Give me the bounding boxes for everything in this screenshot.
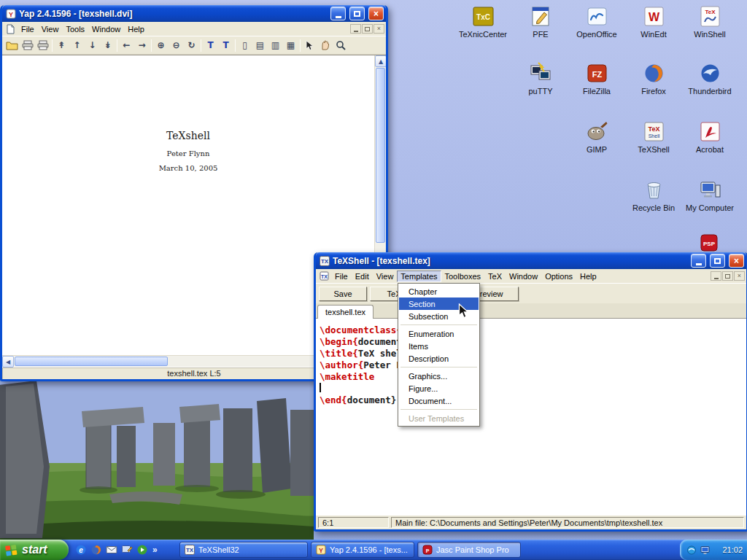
yap-menu-file[interactable]: File <box>18 23 38 35</box>
desktop-icon-label: Acrobat <box>696 145 724 154</box>
texshell-mdi-minimize-button[interactable] <box>711 271 721 281</box>
taskbar-clock[interactable]: 21:02 <box>722 545 743 554</box>
forward-button[interactable]: → <box>134 38 150 53</box>
menu-item-description[interactable]: Description <box>399 352 479 365</box>
desktop-icon-firefox[interactable]: Firefox <box>626 61 681 96</box>
yap-titlebar[interactable]: Y Yap 2.4.1596 - [texshell.dvi] × <box>2 5 386 22</box>
desktop-icon-acrobat[interactable]: Acrobat <box>682 120 738 154</box>
main-file-status: Main file: C:\Documents and Settings\Pet… <box>391 517 744 528</box>
texshell-menu-toolboxes[interactable]: Toolboxes <box>441 271 485 282</box>
first-page-button[interactable]: ↟ <box>54 38 69 53</box>
taskbar-button-paint-shop-pro[interactable]: P Jasc Paint Shop Pro <box>417 542 521 558</box>
desktop-icon-putty[interactable]: puTTY <box>513 61 568 96</box>
texshell-menu-options[interactable]: Options <box>541 271 576 282</box>
start-button[interactable]: start <box>0 540 69 560</box>
media-player-icon[interactable] <box>136 544 148 556</box>
texshell-menu-tex[interactable]: TeX <box>484 271 506 282</box>
hand-tool-button[interactable] <box>317 38 333 53</box>
texshell-mdi-close-button[interactable]: × <box>734 271 745 281</box>
texshell-menu-file[interactable]: File <box>331 271 352 282</box>
yap-minimize-button[interactable] <box>330 7 346 20</box>
open-button[interactable] <box>4 38 20 53</box>
texshell-menu-window[interactable]: Window <box>506 271 541 282</box>
display-tray-icon[interactable] <box>700 545 711 555</box>
horizontal-scroll-thumb[interactable] <box>15 357 168 366</box>
last-page-button[interactable]: ↡ <box>100 38 115 53</box>
yap-mdi-close-button[interactable]: × <box>374 24 384 34</box>
menu-item-items[interactable]: Items <box>399 340 479 352</box>
zoom-in-button[interactable]: ⊕ <box>153 38 169 53</box>
page-layout-button[interactable]: ▤ <box>252 38 268 53</box>
texshell-minimize-button[interactable] <box>691 254 706 268</box>
texshell-close-button[interactable]: × <box>729 254 744 268</box>
yap-close-button[interactable]: × <box>368 7 384 20</box>
firefox-quick-icon[interactable] <box>90 544 102 556</box>
code-line: \documentclass{ <box>320 324 746 336</box>
yap-menu-view[interactable]: View <box>38 23 63 35</box>
menu-item-document[interactable]: Document... <box>399 394 479 407</box>
network-tray-icon[interactable] <box>686 545 697 555</box>
single-page-button[interactable]: ▯ <box>237 38 252 53</box>
menu-item-figure[interactable]: Figure... <box>399 382 479 394</box>
tab-texshell-tex[interactable]: texshell.tex <box>317 305 374 319</box>
desktop-icon-texshell[interactable]: TeXShell TeXShell <box>626 120 681 154</box>
texshell-menu-view[interactable]: View <box>373 271 398 282</box>
scroll-left-button[interactable]: ◀ <box>2 356 14 368</box>
desktop-icon-openoffice[interactable]: OpenOffice <box>569 4 624 39</box>
taskbar-button-yap[interactable]: Y Yap 2.4.1596 - [texs... <box>311 542 414 558</box>
open-folder-icon <box>6 41 18 50</box>
continuous-layout-button[interactable]: ▦ <box>283 38 298 53</box>
yap-menu-tools[interactable]: Tools <box>62 23 88 35</box>
previous-page-button[interactable]: ↑ <box>69 38 85 53</box>
code-editor[interactable]: \documentclass{ \begin{document \title{T… <box>316 319 746 515</box>
desktop-icon-paint-shop-pro[interactable]: PSP <box>694 233 724 252</box>
texshell-titlebar[interactable]: TX TeXShell - [texshell.tex] × <box>316 252 746 269</box>
desktop-icon-thunderbird[interactable]: Thunderbird <box>682 61 738 96</box>
desktop-icon-winshell[interactable]: TeX WinShell <box>682 4 738 39</box>
page-layout-wide-button[interactable]: ▥ <box>268 38 283 53</box>
yap-maximize-button[interactable] <box>349 7 365 20</box>
desktop-icon-texniccenter[interactable]: TxC TeXnicCenter <box>455 4 511 39</box>
internet-explorer-icon[interactable]: e <box>74 544 87 556</box>
text-mode-button[interactable]: T <box>203 38 218 53</box>
taskbar-button-texshell32[interactable]: TX TeXShell32 <box>179 542 308 558</box>
yap-task-icon: Y <box>316 545 326 555</box>
texshell-menu-edit[interactable]: Edit <box>352 271 373 282</box>
menu-item-chapter[interactable]: Chapter <box>399 285 479 298</box>
texshell-restore-button[interactable] <box>710 254 725 268</box>
show-desktop-icon[interactable] <box>120 544 133 556</box>
desktop-icon-recycle-bin[interactable]: Recycle Bin <box>626 178 681 212</box>
yap-menu-help[interactable]: Help <box>124 23 148 35</box>
back-button[interactable]: ← <box>119 38 134 53</box>
desktop-icon-gimp[interactable]: GIMP <box>569 120 624 154</box>
scroll-up-button[interactable]: ▲ <box>375 55 386 67</box>
desktop-icon-pfe[interactable]: PFE <box>513 4 568 39</box>
save-button[interactable]: Save <box>319 287 367 301</box>
desktop-icon-label: TeXShell <box>638 145 669 154</box>
vertical-scroll-thumb[interactable] <box>376 68 385 243</box>
menu-item-graphics[interactable]: Graphics... <box>399 370 479 382</box>
print-button[interactable] <box>20 38 35 53</box>
yap-menu-window[interactable]: Window <box>88 23 124 35</box>
refresh-button[interactable]: ↻ <box>184 38 199 53</box>
zoom-out-button[interactable]: ⊖ <box>169 38 184 53</box>
texshell-mdi-restore-button[interactable] <box>722 271 733 281</box>
desktop-icon-my-computer[interactable]: My Computer <box>682 178 738 212</box>
code-line: \end{document} <box>320 394 746 406</box>
texshell-statusbar: 6:1 Main file: C:\Documents and Settings… <box>316 515 746 529</box>
yap-mdi-minimize-button[interactable] <box>350 24 361 34</box>
texshell-menu-templates[interactable]: Templates <box>397 271 441 282</box>
menu-item-enumeration[interactable]: Enumeration <box>399 327 479 340</box>
next-page-button[interactable]: ↓ <box>85 38 100 53</box>
desktop-icon-winedt[interactable]: W WinEdt <box>626 4 681 39</box>
magnifier-tool-button[interactable] <box>333 38 348 53</box>
desktop-icon-filezilla[interactable]: FZ FileZilla <box>569 61 624 96</box>
mail-icon[interactable] <box>105 544 117 556</box>
quick-launch-overflow-chevron[interactable]: » <box>151 545 159 555</box>
svg-text:Y: Y <box>9 10 13 18</box>
pointer-tool-button[interactable] <box>302 38 317 53</box>
texshell-menu-help[interactable]: Help <box>576 271 600 282</box>
yap-mdi-restore-button[interactable] <box>362 24 373 34</box>
text-mode-alt-button[interactable]: T <box>218 38 233 53</box>
print-setup-button[interactable] <box>35 38 50 53</box>
